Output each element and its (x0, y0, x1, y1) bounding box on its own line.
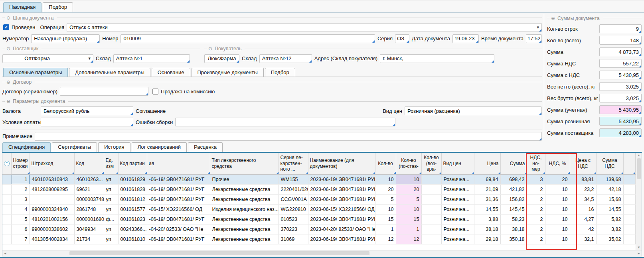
col-header-price_vat[interactable]: Цена с НДС (570, 153, 596, 174)
cell-unit[interactable]: уп (104, 224, 118, 234)
cell-batch[interactable]: 001061577 (118, 204, 147, 214)
cell-sum_vat[interactable]: 139,68 (596, 174, 623, 184)
cell-batch[interactable]: 001061823 (118, 214, 147, 224)
cell-num[interactable]: 6 (11, 224, 30, 234)
payment-terms-field[interactable] (41, 118, 133, 126)
param-tab-0[interactable]: Основные параметры (3, 68, 68, 77)
cell-extra[interactable] (623, 224, 635, 234)
cell-qty_sup[interactable]: 10 (396, 174, 421, 184)
cell-doc_name[interactable]: 2023-06-19/ ЭВ0471681/ РУГ (308, 174, 375, 184)
cell-barcode[interactable]: 9900000338602 (30, 224, 74, 234)
cell-doc_name[interactable]: 2023-06-19/ ЭВ0471681/ РУГ (308, 194, 375, 204)
cell-code[interactable]: 2861748 (74, 204, 104, 214)
cell-sum[interactable]: 698,42 (500, 174, 527, 184)
cell-vat_pct[interactable]: 10 (545, 184, 570, 194)
cell-drug_type[interactable]: Лекарственные средства (210, 224, 279, 234)
cell-price_type[interactable]: Рознична... (441, 234, 474, 244)
cell-num[interactable]: 5 (11, 214, 30, 224)
cell-sum_vat[interactable]: 42,18 (596, 184, 623, 194)
cell-drug_series[interactable]: 2220401/020 (279, 184, 308, 194)
collapse-icon[interactable]: ⊖ (551, 16, 555, 21)
cell-price_vat[interactable]: 42 (570, 224, 596, 234)
spec-tab-4[interactable]: Расценка (188, 142, 223, 152)
cell-barcode[interactable]: 4812608009295 (30, 184, 74, 194)
numerator-field[interactable]: Накладные (продажа) (31, 34, 100, 43)
cell-drug_type[interactable]: Лекарственные средства (210, 214, 279, 224)
totals-value[interactable]: 557,22 (599, 59, 642, 68)
cell-sort[interactable] (2, 234, 11, 244)
scroll-up-icon[interactable]: ▲ (637, 154, 640, 157)
series-field[interactable]: ОЗ (395, 34, 409, 43)
table-row[interactable]: 548102010021560000001680ф...001061823-06… (2, 214, 635, 224)
col-header-price_type[interactable]: Вид цен (441, 153, 474, 174)
cell-price_type[interactable]: Рознична... (441, 194, 474, 204)
param-tab-1[interactable]: Дополнительные параметры (69, 68, 150, 77)
spec-tab-1[interactable]: Сертификаты (52, 142, 97, 152)
col-header-code[interactable]: Код (74, 153, 104, 174)
currency-field[interactable]: Белорусский рубль (41, 106, 133, 115)
cell-vat_num[interactable]: 2 (527, 184, 545, 194)
cell-qty_sup[interactable]: 10 (396, 204, 421, 214)
cell-qty_ret[interactable] (421, 194, 441, 204)
cell-series_tail[interactable]: -06-19/ ЭВ0471681/ РУГ (147, 214, 210, 224)
cell-num[interactable]: 4 (11, 204, 30, 214)
cell-price[interactable]: 31,36 (474, 194, 500, 204)
cell-price[interactable]: 14,55 (474, 204, 500, 214)
spec-tab-3[interactable]: Лог сканирований (132, 142, 187, 152)
cell-vat_num[interactable]: 2 (527, 204, 545, 214)
cell-sort[interactable] (2, 174, 11, 184)
cell-barcode[interactable]: 9900000334840 (30, 204, 74, 214)
cell-qty[interactable]: 1 (375, 224, 396, 234)
spec-tab-0[interactable]: Спецификация (2, 142, 51, 152)
table-row[interactable]: 2481260800929569621уп001061828-06-19/ ЭВ… (2, 184, 635, 194)
spec-tab-2[interactable]: История (98, 142, 130, 152)
cell-extra[interactable] (623, 204, 635, 214)
cell-code[interactable]: 21734 (74, 234, 104, 244)
scroll-down-icon[interactable]: ▼ (637, 246, 640, 249)
cell-vat_num[interactable]: 3 (527, 174, 545, 184)
cell-drug_series[interactable]: WM155 (279, 174, 308, 184)
cell-price_type[interactable]: Рознична... (441, 224, 474, 234)
cell-series_tail[interactable]: -04-20/ 82533/ ОАО "Не (147, 224, 210, 234)
cell-extra[interactable] (623, 184, 635, 194)
cell-barcode[interactable]: 4013054002834 (30, 234, 74, 244)
cell-qty_sup[interactable]: 1 (396, 224, 421, 234)
supplier-select[interactable]: ОптФарма ▾ (2, 54, 93, 63)
collapse-icon[interactable]: ⊖ (208, 46, 212, 51)
cell-num[interactable]: 3 (11, 194, 30, 204)
cell-qty[interactable]: 5 (375, 194, 396, 204)
cell-unit[interactable]: уп (104, 174, 118, 184)
totals-value[interactable]: 3,025 (599, 94, 642, 102)
top-tab-0[interactable]: Накладная (3, 2, 41, 12)
totals-value[interactable]: 5 430,95 (599, 117, 642, 126)
cell-qty_ret[interactable] (421, 174, 441, 184)
buyer-address-field[interactable]: г. Минск, (380, 54, 494, 63)
cell-code[interactable]: 69621 (74, 184, 104, 194)
col-header-vat_num[interactable]: НДС, но-мер (527, 153, 545, 174)
cell-code[interactable]: 0000001680 (74, 214, 104, 224)
cell-num[interactable]: 7 (11, 234, 30, 244)
param-tab-2[interactable]: Основание (152, 68, 190, 77)
cell-vat_pct[interactable]: 10 (545, 204, 570, 214)
cell-sort[interactable] (2, 204, 11, 214)
cell-batch[interactable]: 001061812 (118, 194, 147, 204)
buyer-select[interactable]: ЛюксФарма (204, 54, 239, 63)
cell-unit[interactable]: уп (104, 234, 118, 244)
cell-qty_sup[interactable]: 12 (396, 234, 421, 244)
collapse-icon[interactable]: ⊖ (6, 46, 10, 51)
cell-barcode[interactable]: 4810201002156 (30, 214, 74, 224)
cell-code[interactable]: 46010263... (74, 174, 104, 184)
cell-qty[interactable]: 20 (375, 184, 396, 194)
cell-price[interactable]: 21,09 (474, 184, 500, 194)
cell-qty_sup[interactable]: 5 (396, 194, 421, 204)
cell-sum_vat[interactable]: 5,82 (596, 214, 623, 224)
cell-series_tail[interactable]: -06-19/ ЭВ0471681/ РУГ (147, 194, 210, 204)
cell-drug_type[interactable]: Прочее (210, 174, 279, 184)
note-field[interactable] (35, 132, 542, 141)
cell-qty_sup[interactable]: 20 (396, 184, 421, 194)
cell-sum[interactable]: 350,18 (500, 234, 527, 244)
cell-sum_vat[interactable]: 15,68 (596, 194, 623, 204)
cell-price_vat[interactable]: 34,5 (570, 194, 596, 204)
collapse-icon[interactable]: ⊖ (6, 80, 10, 85)
cell-sort[interactable] (2, 214, 11, 224)
